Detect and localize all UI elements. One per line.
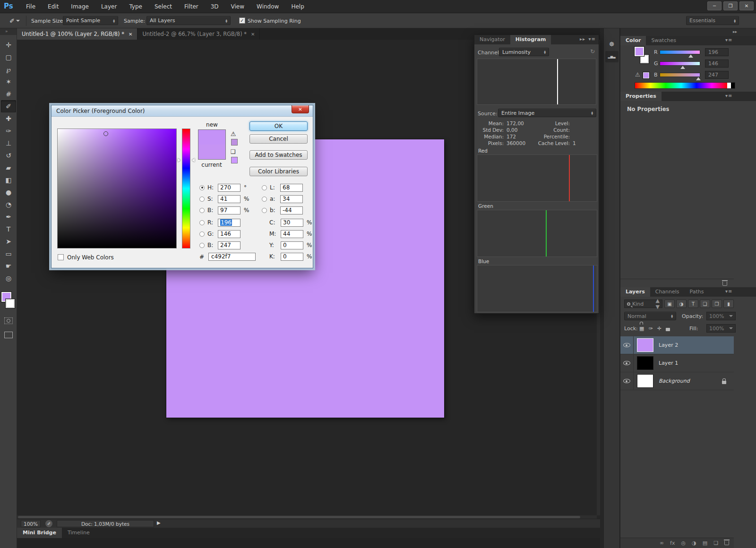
panel-tab[interactable]: Layers [620, 287, 650, 297]
only-web-colors-checkbox[interactable] [58, 254, 64, 260]
visibility-cell[interactable] [620, 336, 634, 354]
menu-item[interactable]: Type [123, 0, 148, 13]
layer-thumbnail[interactable] [637, 339, 653, 351]
gamut-swatch[interactable] [643, 72, 649, 78]
value-input[interactable]: 270 [218, 184, 241, 192]
cancel-button[interactable]: Cancel [249, 134, 308, 144]
dialog-title[interactable]: Color Picker (Foreground Color) [52, 105, 313, 117]
visibility-cell[interactable] [620, 372, 634, 390]
radio-button[interactable] [199, 197, 205, 202]
brush-tool[interactable]: ✑ [0, 125, 17, 137]
panel-tab[interactable]: Navigator [474, 35, 510, 44]
eye-icon[interactable] [623, 361, 630, 365]
gamut-warning-icon[interactable]: ⚠ [231, 130, 236, 137]
lasso-tool[interactable]: ℘ [0, 63, 17, 76]
document-tab[interactable]: Untitled-2 @ 66,7% (Layer 3, RGB/8) * ✕ [137, 28, 260, 40]
hue-slider[interactable] [182, 128, 190, 248]
layer-thumbnail[interactable] [637, 357, 653, 369]
history-brush-tool[interactable]: ↺ [0, 149, 17, 162]
black-swatch[interactable] [731, 83, 735, 88]
smart-object-filter-icon[interactable]: ❐ [712, 300, 722, 308]
horizontal-scrollbar[interactable] [17, 515, 597, 519]
gamut-warning-icon[interactable]: ⚠ [635, 71, 640, 78]
lock-transparency-icon[interactable]: ▦ [639, 325, 644, 332]
screen-mode-button[interactable] [4, 332, 13, 338]
new-adjustment-layer-icon[interactable]: ◑ [692, 540, 696, 546]
histogram-panel-icon[interactable]: ▂▅▃ [605, 51, 619, 62]
color-wheel-panel-icon[interactable]: ☸ [605, 38, 619, 50]
saturation-brightness-field[interactable] [57, 128, 177, 248]
new-layer-icon[interactable]: ❏ [713, 540, 718, 546]
clone-stamp-tool[interactable]: ⊥ [0, 137, 17, 149]
menu-item[interactable]: Window [250, 0, 285, 13]
value-input[interactable]: 30 [281, 219, 303, 227]
layer-style-icon[interactable]: fx [670, 540, 675, 546]
value-input[interactable]: 0 [281, 253, 303, 261]
magic-wand-tool[interactable]: ✶ [0, 76, 17, 88]
type-tool[interactable]: T [0, 223, 17, 235]
current-tool-chip[interactable]: ✐ [8, 16, 26, 26]
marquee-tool[interactable]: ▢ [0, 51, 17, 63]
add-to-swatches-button[interactable]: Add to Swatches [249, 150, 308, 160]
lock-paint-icon[interactable]: ✑ [648, 325, 653, 332]
channel-slider[interactable] [660, 73, 700, 77]
menu-item[interactable]: Select [148, 0, 178, 13]
value-input[interactable]: 41 [218, 195, 241, 203]
value-input[interactable]: 44 [281, 230, 303, 238]
menu-item[interactable]: Filter [178, 0, 205, 13]
panel-tab[interactable]: Paths [685, 287, 709, 297]
radio-button[interactable] [262, 208, 267, 213]
layer-row[interactable]: Background [620, 372, 734, 390]
workspace-dropdown[interactable]: Essentials [686, 16, 739, 25]
layer-name[interactable]: Background [659, 378, 690, 384]
scrollbar-thumb[interactable] [18, 516, 580, 518]
refresh-icon[interactable]: ↻ [590, 48, 595, 55]
dodge-tool[interactable]: ◔ [0, 198, 17, 211]
color-libraries-button[interactable]: Color Libraries [249, 167, 308, 176]
shape-filter-icon[interactable]: ❏ [700, 300, 710, 308]
link-layers-icon[interactable]: ∞ [660, 540, 664, 546]
shape-tool[interactable]: ▭ [0, 248, 17, 260]
menu-item[interactable]: 3D [205, 0, 225, 13]
restore-button[interactable]: ❐ [723, 1, 738, 10]
panel-tab[interactable]: Swatches [646, 36, 681, 45]
channel-value-field[interactable]: 247 [705, 71, 729, 79]
pen-tool[interactable]: ✒ [0, 211, 17, 223]
web-safe-swatch[interactable] [231, 157, 238, 163]
layer-row[interactable]: Layer 1 [620, 354, 734, 372]
current-color-swatch[interactable] [198, 145, 225, 159]
menu-item[interactable]: Edit [42, 0, 65, 13]
delete-layer-icon[interactable] [724, 541, 729, 545]
radio-button[interactable] [199, 185, 205, 190]
hex-input[interactable]: c492f7 [208, 253, 256, 261]
toolbar-collapse-bar[interactable]: » [0, 28, 17, 35]
value-input[interactable]: 146 [218, 230, 241, 238]
panel-menu-icon[interactable]: ▾≡ [725, 37, 732, 43]
eyedropper-tool[interactable]: ✐ [1, 100, 16, 112]
hue-slider-arrow-right[interactable] [192, 158, 195, 162]
panel-tab[interactable]: Histogram [510, 35, 551, 44]
close-button[interactable]: ✕ [739, 1, 754, 10]
panel-tab[interactable]: Color [620, 36, 646, 45]
fill-dropdown[interactable]: 100% [706, 324, 736, 333]
value-input[interactable]: 68 [280, 184, 303, 192]
channel-dropdown[interactable]: Luminosity [499, 48, 549, 56]
healing-brush-tool[interactable]: ✚ [0, 112, 17, 125]
hue-slider-arrow-left[interactable] [178, 158, 180, 162]
gamut-safe-swatch[interactable] [231, 139, 238, 146]
channel-slider[interactable] [660, 50, 700, 54]
blur-tool[interactable]: ● [0, 186, 17, 198]
bottom-panel-tab[interactable]: Mini Bridge [17, 528, 62, 538]
value-input[interactable]: 97 [218, 206, 241, 214]
panel-tab[interactable]: Properties [620, 92, 662, 101]
value-input[interactable]: -44 [280, 206, 303, 214]
kind-filter-dropdown[interactable]: Kind [624, 300, 662, 308]
panel-expand-icon[interactable]: ▸▸ [580, 36, 585, 42]
document-tab[interactable]: Untitled-1 @ 100% (Layer 2, RGB/8) * ✕ [17, 28, 137, 40]
close-icon[interactable]: ✕ [129, 32, 132, 37]
quick-mask-button[interactable] [4, 317, 13, 324]
white-swatch[interactable] [727, 83, 731, 88]
channel-value-field[interactable]: 146 [705, 60, 729, 68]
menu-item[interactable]: Layer [95, 0, 123, 13]
menu-item[interactable]: File [20, 0, 42, 13]
